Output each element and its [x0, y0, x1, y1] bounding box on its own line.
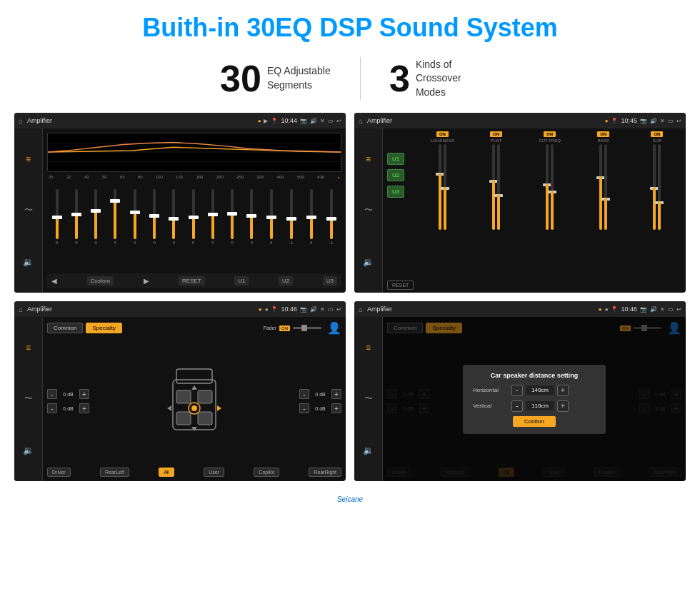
db-minus-br[interactable]: - — [299, 403, 309, 413]
eq-slider-thumb-11[interactable] — [266, 216, 276, 219]
eq-slider-thumb-2[interactable] — [91, 209, 101, 213]
screen3-home-icon[interactable]: ⌂ — [19, 306, 23, 313]
screen2-rect-icon[interactable]: ▭ — [668, 118, 674, 124]
ch-slider-3-0[interactable] — [599, 144, 602, 230]
user-btn-s3[interactable]: User — [204, 468, 224, 477]
u2-button-s2[interactable]: U2 — [387, 169, 404, 181]
screen3-vol-icon2[interactable]: 🔉 — [23, 445, 34, 455]
ch-slider-1-1[interactable] — [497, 144, 500, 230]
profile-icon-s3[interactable]: 👤 — [327, 321, 341, 335]
eq-slider-thumb-7[interactable] — [189, 216, 199, 219]
all-btn-s3[interactable]: All — [159, 468, 174, 477]
reset-button-s2[interactable]: RESET — [387, 281, 414, 290]
eq-slider-col-14[interactable]: -1 — [329, 189, 333, 245]
horiz-minus-btn[interactable]: - — [511, 385, 523, 396]
ch-slider-4-1[interactable] — [658, 144, 661, 230]
screen2-back-icon[interactable]: ↩ — [676, 118, 681, 124]
screen4-home-icon[interactable]: ⌂ — [359, 306, 363, 313]
freq-expand[interactable]: » — [337, 175, 339, 179]
eq-slider-thumb-12[interactable] — [286, 217, 296, 221]
custom-button[interactable]: Custom — [87, 276, 114, 286]
screen1-back-icon[interactable]: ↩ — [336, 118, 341, 124]
screen3-rect-icon[interactable]: ▭ — [328, 306, 334, 313]
eq-prev-icon[interactable]: ◀ — [51, 277, 57, 285]
ch-on-btn-2[interactable]: ON — [544, 131, 556, 137]
db-minus-tl[interactable]: - — [47, 389, 57, 399]
fader-slider-s3[interactable] — [293, 327, 321, 329]
eq-slider-thumb-4[interactable] — [130, 211, 140, 214]
screen4-vol-icon2[interactable]: 🔉 — [363, 445, 374, 455]
copilot-btn-s3[interactable]: Copilot — [254, 468, 279, 477]
ch-slider-3-1[interactable] — [604, 144, 607, 230]
eq-slider-col-3[interactable]: 5 — [114, 189, 116, 245]
db-minus-bl[interactable]: - — [47, 403, 57, 413]
ch-on-btn-0[interactable]: ON — [436, 131, 449, 137]
screen1-x-icon[interactable]: ✕ — [320, 118, 325, 124]
confirm-button[interactable]: Confirm — [513, 416, 556, 427]
u3-button-s1[interactable]: U3 — [323, 276, 337, 286]
eq-slider-col-4[interactable]: 0 — [134, 189, 136, 245]
eq-slider-col-1[interactable]: 0 — [75, 189, 78, 245]
db-plus-tr[interactable]: + — [331, 389, 341, 399]
screen4-wave-icon[interactable]: 〜 — [364, 393, 373, 405]
ch-slider-2-1[interactable] — [551, 144, 554, 230]
horiz-plus-btn[interactable]: + — [557, 385, 569, 396]
sidebar-eq-icon[interactable]: ≡ — [26, 154, 31, 164]
screen2-vol-icon2[interactable]: 🔉 — [363, 257, 374, 267]
common-tab-s3[interactable]: Common — [47, 323, 83, 333]
u3-button-s2[interactable]: U3 — [387, 186, 404, 198]
eq-slider-col-11[interactable]: 0 — [270, 189, 273, 245]
db-plus-tl[interactable]: + — [79, 389, 89, 399]
ch-on-btn-1[interactable]: ON — [490, 131, 502, 137]
screen2-home-icon[interactable]: ⌂ — [359, 117, 363, 125]
eq-slider-thumb-5[interactable] — [149, 214, 159, 218]
eq-slider-col-0[interactable]: 0 — [56, 189, 59, 245]
db-plus-br[interactable]: + — [331, 403, 341, 413]
eq-slider-col-5[interactable]: 0 — [153, 189, 156, 245]
screen3-back-icon[interactable]: ↩ — [336, 306, 341, 313]
ch-on-btn-3[interactable]: ON — [597, 131, 609, 137]
eq-next-icon[interactable]: ▶ — [144, 277, 149, 285]
rearleft-btn-s3[interactable]: RearLeft — [100, 468, 129, 477]
specialty-tab-s3[interactable]: Specialty — [86, 323, 121, 333]
ch-on-btn-4[interactable]: ON — [651, 131, 663, 137]
screen3-wave-icon[interactable]: 〜 — [24, 393, 33, 405]
sidebar-vol-icon[interactable]: 🔉 — [23, 257, 34, 267]
eq-slider-col-2[interactable]: 0 — [94, 189, 97, 245]
eq-slider-thumb-6[interactable] — [169, 217, 179, 221]
eq-slider-col-10[interactable]: 0 — [250, 189, 253, 245]
eq-slider-thumb-13[interactable] — [306, 216, 316, 219]
ch-slider-4-0[interactable] — [653, 144, 656, 230]
screen3-eq-icon[interactable]: ≡ — [26, 343, 31, 353]
u2-button-s1[interactable]: U2 — [279, 276, 293, 286]
eq-slider-col-7[interactable]: 0 — [192, 189, 195, 245]
screen1-play-icon[interactable]: ▶ — [264, 118, 268, 124]
rearright-btn-s3[interactable]: RearRight — [309, 468, 341, 477]
eq-slider-thumb-10[interactable] — [246, 214, 256, 218]
ch-slider-2-0[interactable] — [546, 144, 549, 230]
vert-plus-btn[interactable]: + — [557, 400, 569, 412]
screen2-eq-icon[interactable]: ≡ — [366, 154, 371, 164]
screen4-eq-icon[interactable]: ≡ — [366, 343, 371, 353]
vert-minus-btn[interactable]: - — [511, 400, 523, 412]
eq-slider-thumb-0[interactable] — [52, 216, 62, 219]
eq-slider-col-6[interactable]: 0 — [172, 189, 175, 245]
driver-btn-s3[interactable]: Driver — [47, 468, 71, 477]
sidebar-wave-icon[interactable]: 〜 — [24, 204, 33, 216]
screen4-rect-icon[interactable]: ▭ — [668, 306, 674, 313]
eq-slider-thumb-1[interactable] — [71, 213, 81, 216]
eq-slider-col-13[interactable]: 0 — [310, 189, 313, 245]
eq-slider-thumb-3[interactable] — [110, 199, 120, 203]
screen2-wave-icon[interactable]: 〜 — [364, 204, 373, 216]
screen4-x-icon[interactable]: ✕ — [660, 306, 665, 313]
reset-button-s1[interactable]: RESET — [179, 276, 205, 286]
u1-button-s2[interactable]: U1 — [387, 153, 404, 165]
ch-slider-1-0[interactable] — [492, 144, 495, 230]
db-minus-tr[interactable]: - — [299, 389, 309, 399]
screen4-back-icon[interactable]: ↩ — [676, 306, 681, 313]
eq-slider-col-9[interactable]: 0 — [231, 189, 234, 245]
screen2-x-icon[interactable]: ✕ — [660, 118, 665, 124]
db-plus-bl[interactable]: + — [79, 403, 89, 413]
eq-slider-col-12[interactable]: -1 — [289, 189, 293, 245]
topbar-home-icon[interactable]: ⌂ — [19, 117, 23, 125]
